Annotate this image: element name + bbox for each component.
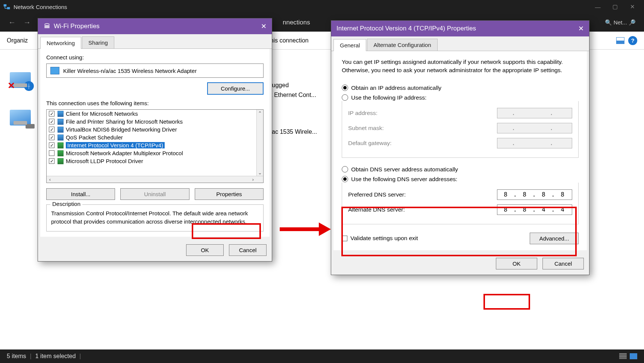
list-item[interactable]: Client for Microsoft Networks — [47, 110, 256, 118]
adapter-device-icon — [50, 67, 59, 74]
ipv4-ok-button[interactable]: OK — [496, 258, 537, 269]
bluetooth-connection-icon[interactable]: ✕ ⟊ — [10, 72, 31, 88]
scroll-up-icon[interactable]: ⌃ — [256, 110, 263, 116]
list-item-label: VirtualBox NDIS6 Bridged Networking Driv… — [66, 126, 177, 133]
minimize-button[interactable]: — — [589, 0, 606, 14]
maximize-button[interactable]: ▢ — [606, 0, 624, 14]
list-item[interactable]: File and Printer Sharing for Microsoft N… — [47, 118, 256, 126]
wifi-properties-dialog: Wi-Fi Properties ✕ Networking Sharing Co… — [38, 18, 272, 262]
network-items-list[interactable]: Client for Microsoft NetworksFile and Pr… — [46, 109, 264, 183]
status-items: 5 items — [7, 353, 26, 360]
checkbox[interactable] — [49, 119, 55, 124]
subnet-mask-label: Subnet mask: — [348, 125, 497, 132]
tab-general[interactable]: General — [333, 39, 366, 51]
list-item[interactable]: Microsoft Network Adapter Multiplexor Pr… — [47, 149, 256, 157]
tab-sharing[interactable]: Sharing — [82, 36, 114, 48]
list-item-label: Microsoft LLDP Protocol Driver — [66, 158, 143, 164]
list-item-label: Microsoft Network Adapter Multiplexor Pr… — [66, 150, 183, 156]
tab-networking[interactable]: Networking — [40, 37, 81, 49]
tab-alternate[interactable]: Alternate Configuration — [367, 39, 437, 51]
preferred-dns-input[interactable] — [497, 189, 572, 200]
description-legend: Description — [50, 201, 82, 207]
list-item-label: Internet Protocol Version 4 (TCP/IPv4) — [66, 142, 165, 148]
adapter-icon — [43, 23, 51, 30]
ip-auto-radio[interactable]: Obtain an IP address automatically — [342, 83, 579, 93]
checkbox[interactable] — [49, 111, 55, 116]
wifi-ok-button[interactable]: OK — [186, 244, 224, 256]
radio-icon — [342, 94, 348, 101]
wifi-close-button[interactable]: ✕ — [261, 22, 267, 30]
checkbox[interactable] — [49, 158, 55, 164]
status-selected: 1 item selected — [35, 353, 76, 360]
bg-ethernet-text: t Ethernet Cont... — [271, 92, 316, 98]
protocol-icon — [58, 158, 64, 164]
checkbox[interactable] — [49, 150, 55, 156]
list-item[interactable]: Microsoft LLDP Protocol Driver — [47, 157, 256, 165]
organize-menu[interactable]: Organiz — [7, 37, 28, 44]
disabled-icon: ✕ — [8, 80, 15, 91]
protocol-icon — [58, 142, 64, 148]
dns-auto-radio[interactable]: Obtain DNS server address automatically — [342, 165, 579, 174]
gateway-label: Default gateway: — [348, 140, 497, 147]
service-icon — [58, 127, 64, 133]
main-titlebar: Network Connections — ▢ ✕ — [0, 0, 644, 14]
description-text: Transmission Control Protocol/Internet P… — [51, 209, 259, 226]
scroll-down-icon[interactable]: ⌄ — [256, 169, 263, 176]
advanced-button[interactable]: Advanced... — [530, 233, 579, 244]
bg-unplugged-text: lugged — [271, 82, 289, 89]
service-icon — [58, 135, 64, 141]
scroll-left-icon[interactable]: ‹ — [47, 176, 53, 183]
checkbox[interactable] — [49, 142, 55, 148]
list-item-label: Client for Microsoft Networks — [66, 110, 138, 117]
configure-button[interactable]: Configure... — [207, 82, 264, 95]
ethernet-plug-icon — [26, 124, 35, 129]
wifi-cancel-button[interactable]: Cancel — [229, 244, 267, 256]
ipv4-close-button[interactable]: ✕ — [578, 24, 584, 33]
list-item[interactable]: Internet Protocol Version 4 (TCP/IPv4) — [47, 141, 256, 149]
checkbox[interactable] — [49, 135, 55, 140]
list-item[interactable]: QoS Packet Scheduler — [47, 133, 256, 141]
preferred-dns-label: Preferred DNS server: — [348, 191, 497, 198]
ipv4-dialog-titlebar: Internet Protocol Version 4 (TCP/IPv4) P… — [331, 21, 589, 36]
ipv4-properties-dialog: Internet Protocol Version 4 (TCP/IPv4) P… — [331, 20, 589, 275]
ip-address-input — [497, 108, 572, 118]
ipv4-cancel-button[interactable]: Cancel — [542, 258, 584, 269]
thumbnails-view-icon[interactable] — [630, 353, 637, 359]
svg-rect-0 — [4, 4, 7, 6]
search-box[interactable]: 🔍 Net... 🔎 — [605, 19, 639, 26]
help-icon[interactable]: ? — [628, 36, 637, 45]
subnet-mask-input — [497, 123, 572, 133]
install-button[interactable]: Install... — [46, 188, 115, 200]
list-item[interactable]: VirtualBox NDIS6 Bridged Networking Driv… — [47, 126, 256, 133]
wifi-dialog-titlebar: Wi-Fi Properties ✕ — [38, 18, 272, 34]
protocol-icon — [58, 150, 64, 156]
gateway-input — [497, 138, 572, 148]
status-bar: 5 items | 1 item selected | — [0, 349, 644, 363]
service-icon — [58, 111, 64, 117]
validate-checkbox[interactable] — [342, 236, 347, 241]
properties-button[interactable]: Properties — [195, 188, 264, 200]
validate-label: Validate settings upon exit — [350, 235, 418, 242]
list-item-label: File and Printer Sharing for Microsoft N… — [66, 118, 183, 125]
details-view-icon[interactable] — [619, 353, 627, 359]
view-toggle-icon[interactable] — [616, 37, 624, 44]
wifi-dialog-title: Wi-Fi Properties — [54, 23, 100, 30]
scroll-right-icon[interactable]: › — [250, 176, 256, 183]
list-hscrollbar[interactable] — [47, 176, 263, 183]
forward-button[interactable]: → — [20, 18, 35, 27]
uninstall-button: Uninstall — [120, 188, 189, 200]
ethernet-connection-icon[interactable] — [10, 110, 31, 126]
service-icon — [58, 119, 64, 125]
alternate-dns-input[interactable] — [497, 204, 572, 215]
back-button[interactable]: ← — [5, 18, 20, 27]
checkbox[interactable] — [49, 127, 55, 132]
list-item-label: QoS Packet Scheduler — [66, 134, 123, 141]
adapter-name: Killer Wireless-n/a/ac 1535 Wireless Net… — [63, 68, 197, 74]
window-title: Network Connections — [14, 4, 67, 10]
alternate-dns-label: Alternate DNS server: — [348, 206, 497, 213]
close-button[interactable]: ✕ — [624, 0, 641, 14]
bluetooth-badge-icon: ⟊ — [24, 81, 34, 91]
network-icon — [3, 3, 11, 11]
ip-address-label: IP address: — [348, 110, 497, 116]
ipv4-dialog-title: Internet Protocol Version 4 (TCP/IPv4) P… — [336, 25, 476, 32]
